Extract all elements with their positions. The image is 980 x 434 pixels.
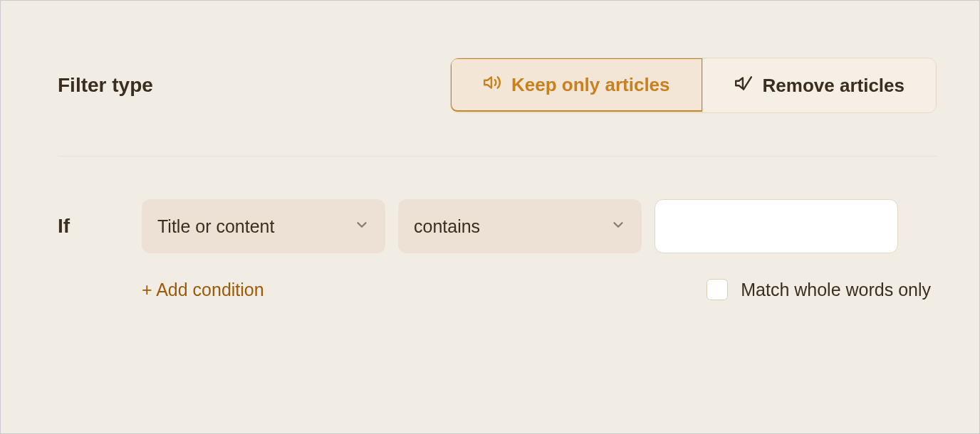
remove-label: Remove articles (763, 75, 905, 97)
condition-operator-value: contains (414, 216, 480, 237)
chevron-down-icon (354, 216, 370, 237)
condition-row: If Title or content contains (58, 199, 937, 253)
svg-marker-0 (484, 77, 491, 88)
below-row: + Add condition Match whole words only (58, 279, 937, 300)
add-condition-button[interactable]: + Add condition (142, 280, 264, 300)
condition-field-value: Title or content (157, 216, 274, 237)
svg-marker-1 (736, 78, 743, 88)
condition-operator-select[interactable]: contains (398, 199, 642, 253)
speaker-icon (483, 73, 501, 97)
condition-field-select[interactable]: Title or content (142, 199, 385, 253)
filter-type-row: Filter type Keep only articles (58, 58, 937, 157)
filter-type-segmented: Keep only articles Remove articles (450, 58, 937, 113)
keep-label: Keep only articles (511, 74, 670, 96)
if-label: If (58, 215, 129, 238)
keep-only-articles-segment[interactable]: Keep only articles (450, 58, 703, 112)
condition-value-input[interactable] (655, 199, 898, 253)
chevron-down-icon (610, 216, 626, 237)
match-whole-words-checkbox[interactable] (707, 279, 728, 300)
svg-line-2 (744, 77, 751, 89)
match-whole-words-row: Match whole words only (707, 279, 937, 300)
match-whole-words-label: Match whole words only (741, 280, 931, 300)
remove-articles-segment[interactable]: Remove articles (702, 58, 936, 112)
filter-type-label: Filter type (58, 74, 153, 97)
speaker-muted-icon (734, 74, 753, 97)
